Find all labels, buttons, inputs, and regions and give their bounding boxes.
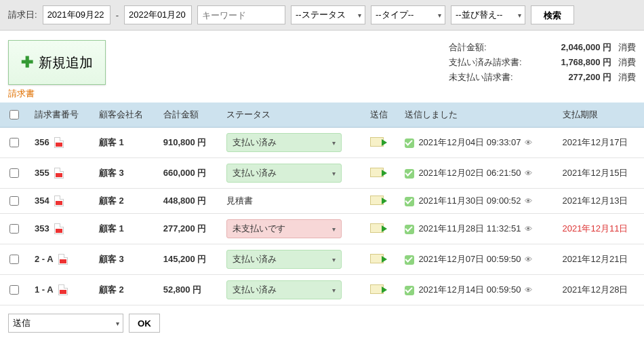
status-select[interactable]: 未支払いです▾	[226, 219, 342, 238]
sent-timestamp: 2021年12月04日 09:33:07	[418, 137, 521, 147]
client-name[interactable]: 顧客 1	[92, 214, 157, 244]
send-icon[interactable]	[370, 223, 384, 233]
add-new-button[interactable]: ✚ 新規追加	[8, 40, 106, 85]
send-icon[interactable]	[370, 168, 384, 177]
status-select[interactable]	[291, 5, 365, 24]
row-checkbox[interactable]	[9, 168, 19, 178]
amount-cell: 52,800 円	[157, 275, 220, 305]
eye-icon[interactable]: 👁	[525, 138, 532, 147]
row-checkbox[interactable]	[9, 255, 19, 264]
column-header[interactable]: 送信しました	[398, 103, 555, 128]
summary-extra: 消費	[618, 56, 636, 69]
sort-select[interactable]	[451, 5, 525, 24]
status-select[interactable]: 支払い済み▾	[226, 250, 342, 269]
table-row: 2 - A 顧客 3145,200 円支払い済み▾2021年12月07日 00:…	[0, 244, 644, 275]
sent-timestamp: 2021年11月30日 09:00:52	[418, 196, 521, 206]
invoice-number[interactable]: 2 - A	[35, 254, 54, 264]
client-name[interactable]: 顧客 3	[92, 158, 157, 189]
row-checkbox[interactable]	[9, 285, 19, 295]
sent-timestamp: 2021年12月14日 00:59:50	[418, 284, 521, 295]
sent-timestamp: 2021年11月28日 11:32:51	[418, 223, 521, 234]
check-icon	[405, 197, 414, 206]
client-name[interactable]: 顧客 2	[92, 189, 157, 214]
add-new-label: 新規追加	[39, 54, 93, 72]
client-name[interactable]: 顧客 3	[92, 244, 157, 275]
eye-icon[interactable]: 👁	[525, 169, 532, 177]
row-checkbox[interactable]	[9, 138, 19, 147]
due-date: 2021年12月13日	[556, 189, 644, 214]
status-label: 支払い済み	[233, 136, 277, 149]
column-header[interactable]: 請求書番号	[28, 103, 92, 128]
status-select[interactable]: 支払い済み▾	[226, 280, 342, 299]
column-header[interactable]: 支払期限	[556, 103, 644, 128]
summary-value: 1,768,800 円	[544, 56, 611, 69]
eye-icon[interactable]: 👁	[525, 225, 532, 233]
sent-timestamp: 2021年12月02日 06:21:50	[418, 168, 521, 178]
send-icon[interactable]	[370, 137, 384, 147]
client-name[interactable]: 顧客 1	[92, 128, 157, 158]
check-icon	[405, 255, 414, 265]
search-button[interactable]: 検索	[531, 5, 574, 24]
send-icon[interactable]	[370, 254, 384, 263]
row-checkbox[interactable]	[9, 196, 19, 206]
summary-extra: 消費	[618, 71, 636, 83]
keyword-input[interactable]	[197, 5, 285, 24]
check-icon	[405, 169, 414, 179]
summary-value: 277,200 円	[544, 71, 611, 83]
invoice-number[interactable]: 355	[35, 168, 49, 178]
invoice-number[interactable]: 354	[35, 196, 49, 206]
invoice-number[interactable]: 356	[35, 137, 49, 147]
bulk-ok-button[interactable]: OK	[129, 314, 160, 333]
bulk-action-select[interactable]	[8, 314, 123, 333]
column-header[interactable]: 顧客会社名	[92, 103, 157, 128]
type-select[interactable]	[371, 5, 445, 24]
chevron-down-icon: ▾	[332, 256, 336, 263]
send-icon[interactable]	[370, 284, 384, 294]
check-icon	[405, 225, 414, 234]
row-checkbox[interactable]	[9, 224, 19, 234]
filter-label: 請求日:	[8, 9, 37, 21]
pdf-icon[interactable]	[54, 196, 64, 206]
column-header[interactable]: 合計金額	[157, 103, 220, 128]
pdf-icon[interactable]	[54, 223, 64, 234]
date-to-input[interactable]	[124, 5, 192, 24]
eye-icon[interactable]: 👁	[525, 197, 532, 205]
pdf-icon[interactable]	[54, 137, 64, 148]
pdf-icon[interactable]	[58, 284, 68, 295]
table-row: 355 顧客 3660,000 円支払い済み▾2021年12月02日 06:21…	[0, 158, 644, 189]
date-from-input[interactable]	[43, 5, 110, 24]
sent-timestamp: 2021年12月07日 00:59:50	[418, 254, 521, 264]
status-label: 未支払いです	[233, 223, 285, 235]
eye-icon[interactable]: 👁	[525, 286, 532, 294]
send-icon[interactable]	[370, 196, 384, 205]
summary-label: 合計金額:	[449, 41, 537, 54]
select-all-checkbox[interactable]	[9, 110, 19, 119]
status-select[interactable]: 支払い済み▾	[226, 164, 342, 183]
column-header[interactable]: ステータス	[220, 103, 363, 128]
bulk-action-bar: ▾ OK	[0, 305, 644, 341]
status-label: 見積書	[226, 196, 253, 206]
chevron-down-icon: ▾	[332, 139, 336, 147]
due-date: 2021年12月28日	[556, 275, 644, 305]
due-date: 2021年12月21日	[556, 244, 644, 275]
status-label: 支払い済み	[233, 284, 277, 296]
invoice-table: 請求書番号顧客会社名合計金額ステータス送信送信しました支払期限 356 顧客 1…	[0, 103, 644, 305]
check-icon	[405, 286, 414, 295]
pdf-icon[interactable]	[58, 254, 68, 265]
invoice-number[interactable]: 1 - A	[35, 284, 54, 295]
filter-bar: 請求日: - ▾ ▾ ▾ 検索	[0, 0, 644, 31]
client-name[interactable]: 顧客 2	[92, 275, 157, 305]
due-date: 2021年12月15日	[556, 158, 644, 189]
status-select[interactable]: 支払い済み▾	[226, 133, 342, 152]
eye-icon[interactable]: 👁	[525, 255, 532, 263]
summary-extra: 消費	[618, 41, 636, 54]
pdf-icon[interactable]	[54, 168, 64, 179]
plus-icon: ✚	[21, 54, 33, 71]
amount-cell: 910,800 円	[157, 128, 220, 158]
invoice-number[interactable]: 353	[35, 223, 49, 234]
table-row: 354 顧客 2448,800 円見積書2021年11月30日 09:00:52…	[0, 189, 644, 214]
table-row: 1 - A 顧客 252,800 円支払い済み▾2021年12月14日 00:5…	[0, 275, 644, 305]
column-header[interactable]: 送信	[363, 103, 398, 128]
chevron-down-icon: ▾	[332, 286, 336, 294]
amount-cell: 448,800 円	[157, 189, 220, 214]
